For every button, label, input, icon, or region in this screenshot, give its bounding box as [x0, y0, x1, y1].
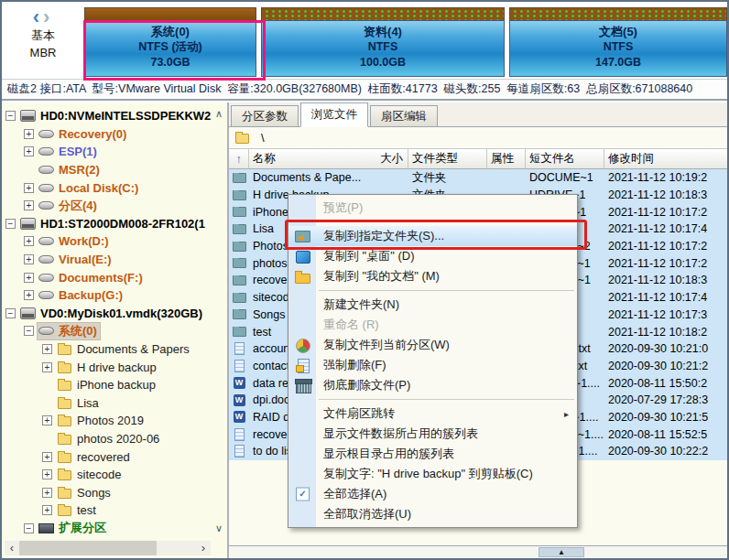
partition-data-4[interactable]: 资料(4)NTFS100.0GB — [261, 7, 505, 77]
next-disk-icon[interactable]: › — [43, 5, 53, 28]
expand-icon[interactable]: + — [24, 146, 34, 156]
column-header-size[interactable]: 大小 — [366, 149, 408, 168]
collapse-icon[interactable]: − — [5, 219, 16, 229]
collapse-icon[interactable]: − — [5, 308, 16, 318]
tree-item-content[interactable]: Virual(E:) — [38, 253, 114, 266]
collapse-icon[interactable]: − — [24, 326, 34, 336]
menu-item-copy-to-folder[interactable]: 复制到指定文件夹(S)... — [288, 226, 577, 246]
tree-item[interactable]: −系统(0) — [5, 322, 211, 340]
expand-icon[interactable]: + — [42, 452, 52, 462]
expand-icon[interactable]: + — [24, 183, 34, 193]
expand-icon[interactable]: + — [42, 344, 52, 354]
tree-item[interactable]: +recovered — [5, 447, 211, 466]
menu-item-copy-to-my-documents[interactable]: 复制到 "我的文档" (M) — [288, 266, 577, 286]
tree-item[interactable]: MSR(2) — [5, 161, 211, 179]
column-header-attr[interactable]: 属性 — [487, 149, 526, 168]
tree-scrollbar-thumb[interactable] — [19, 541, 157, 555]
expand-icon[interactable]: + — [24, 236, 34, 246]
tree-item-content[interactable]: Documents(F:) — [38, 271, 146, 285]
tree-item[interactable]: −HD1:ST2000DM008-2FR102(1 — [5, 215, 211, 233]
tree-item-content[interactable]: test — [56, 503, 99, 517]
tree-item-content[interactable]: VD0:MyDisk01.vmdk(320GB) — [19, 307, 205, 320]
tree-item[interactable]: +Virual(E:) — [5, 251, 211, 269]
tab-sector-edit[interactable]: 扇区编辑 — [370, 105, 438, 126]
collapse-icon[interactable]: − — [5, 111, 16, 121]
tree-horizontal-scrollbar[interactable]: ‹ › — [5, 541, 211, 555]
menu-item-force-delete[interactable]: 强制删除(F) — [288, 355, 577, 375]
tree-item-content[interactable]: Photos 2019 — [56, 414, 147, 427]
tree-item-content[interactable]: Local Disk(C:) — [38, 181, 141, 195]
tree-item[interactable]: +Backup(G:) — [5, 286, 211, 305]
table-row[interactable]: Documents & Pape...文件夹DOCUME~12021-11-12… — [229, 169, 727, 187]
expand-icon[interactable]: + — [42, 362, 52, 372]
tree-item-content[interactable]: Documents & Papers — [56, 342, 192, 356]
tree-scroll-left-icon[interactable]: ‹ — [5, 541, 19, 555]
expand-icon[interactable]: + — [24, 129, 34, 139]
tree-item[interactable]: +分区(4) — [5, 197, 211, 215]
menu-item-permanently-delete[interactable]: 彻底删除文件(P) — [288, 375, 577, 395]
tree-item-content[interactable]: Lisa — [56, 396, 102, 410]
sort-indicator-icon[interactable]: ↑ — [229, 149, 249, 168]
tree-item-content[interactable]: photos 2020-06 — [56, 432, 162, 446]
expand-icon[interactable]: + — [42, 488, 52, 498]
partition-docs-5[interactable]: 文档(5)NTFS147.0GB — [509, 7, 727, 77]
panel-collapse-handle[interactable]: ▲ — [539, 547, 584, 557]
tree-scroll-up-icon[interactable]: ∧ — [212, 108, 225, 120]
tree-item[interactable]: +Documents(F:) — [5, 268, 211, 286]
tree-item[interactable]: +Recovery(0) — [5, 125, 211, 144]
column-header-mtime[interactable]: 修改时间 — [604, 149, 727, 168]
tree-item-content[interactable]: MSR(2) — [38, 163, 103, 177]
tab-partition-params[interactable]: 分区参数 — [231, 105, 299, 126]
tree-item[interactable]: −HD0:NVMeINTELSSDPEKKW2 — [5, 107, 211, 125]
tree-item-content[interactable]: HD1:ST2000DM008-2FR102(1 — [19, 217, 208, 231]
expand-icon[interactable]: + — [24, 200, 34, 210]
tab-browse-files[interactable]: 浏览文件 — [300, 102, 368, 127]
menu-item-copy-to-desktop[interactable]: 复制到 "桌面" (D) — [288, 246, 577, 266]
tree-item-content[interactable]: Backup(G:) — [38, 288, 125, 302]
tree-item[interactable]: +sitecode — [5, 466, 211, 484]
menu-item-show-file-cluster-list[interactable]: 显示文件数据所占用的簇列表 — [288, 424, 577, 444]
tree-item-content[interactable]: Work(D:) — [38, 234, 112, 248]
tree-item[interactable]: +Documents & Papers — [5, 340, 211, 359]
tree-item[interactable]: +ESP(1) — [5, 143, 211, 161]
menu-item-show-root-cluster-list[interactable]: 显示根目录占用的簇列表 — [288, 444, 577, 464]
tree-item[interactable]: +H drive backup — [5, 358, 211, 376]
tree-item[interactable]: +test — [5, 501, 211, 520]
tree-item-content[interactable]: recovered — [56, 450, 133, 464]
tree-item[interactable]: photos 2020-06 — [5, 430, 211, 448]
menu-item-file-sector-jump[interactable]: 文件扇区跳转▸ — [288, 404, 577, 424]
menu-item-copy-to-current-partition[interactable]: 复制文件到当前分区(W) — [288, 335, 577, 355]
tree-item-content[interactable]: Recovery(0) — [38, 127, 129, 141]
expand-icon[interactable]: + — [42, 415, 52, 425]
expand-icon[interactable]: + — [42, 505, 52, 515]
expand-icon[interactable]: + — [24, 290, 34, 300]
column-header-name[interactable]: 名称 — [249, 149, 366, 168]
tree-item[interactable]: −VD0:MyDisk01.vmdk(320GB) — [5, 305, 211, 323]
expand-icon[interactable]: + — [24, 254, 34, 264]
collapse-icon[interactable]: − — [24, 523, 34, 533]
tree-item[interactable]: +Songs — [5, 483, 211, 501]
column-header-short[interactable]: 短文件名 — [526, 149, 604, 168]
tree-item-content[interactable]: H drive backup — [56, 361, 159, 374]
tree-scroll-down-icon[interactable]: ∨ — [212, 522, 225, 534]
menu-item-new-folder[interactable]: 新建文件夹(N) — [288, 295, 577, 315]
menu-item-deselect-all[interactable]: 全部取消选择(U) — [288, 504, 577, 524]
partition-system-0[interactable]: 系统(0)NTFS (活动)73.0GB — [84, 7, 256, 77]
tree-item[interactable]: +Photos 2019 — [5, 412, 211, 430]
tree-item-content[interactable]: 系统(0) — [38, 323, 100, 339]
tree-item[interactable]: −扩展分区 — [5, 520, 211, 538]
tree-item[interactable]: +Work(D:) — [5, 232, 211, 251]
column-header-type[interactable]: 文件类型 — [408, 149, 487, 168]
expand-icon[interactable]: + — [42, 469, 52, 479]
tree-item-content[interactable]: sitecode — [56, 468, 124, 481]
tree-item[interactable]: +Local Disk(C:) — [5, 178, 211, 197]
tree-scroll-right-icon[interactable]: › — [196, 541, 211, 555]
tree-item-content[interactable]: ESP(1) — [38, 145, 100, 158]
expand-icon[interactable]: + — [24, 273, 34, 283]
tree-item-content[interactable]: 扩展分区 — [38, 520, 109, 536]
tree-item-content[interactable]: iPhone backup — [56, 378, 158, 392]
tree-item-content[interactable]: 分区(4) — [38, 198, 100, 214]
tree-item[interactable]: iPhone backup — [5, 376, 211, 394]
tree-item-content[interactable]: HD0:NVMeINTELSSDPEKKW2 — [19, 109, 211, 123]
prev-disk-icon[interactable]: ‹ — [33, 5, 43, 28]
